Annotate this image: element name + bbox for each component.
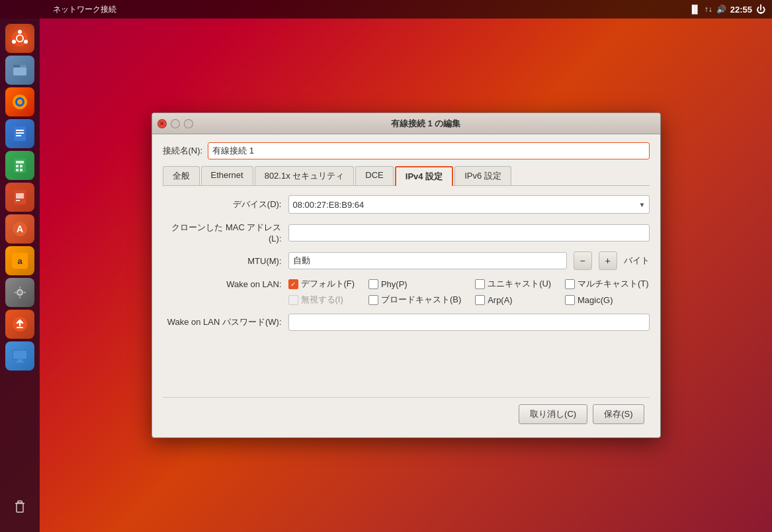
network-icon: ↑↓ [705,5,712,14]
sidebar-item-updates[interactable] [5,310,34,339]
svg-point-4 [12,40,16,44]
svg-rect-20 [20,169,22,171]
close-button[interactable]: ✕ [157,119,167,128]
button-row: 取り消し(C) 保存(S) [163,397,650,429]
wol-checkbox-default[interactable] [288,279,298,289]
wol-checkbox-magic[interactable] [565,295,575,305]
wol-label-phy: Phy(P) [381,279,407,289]
clock: 22:55 [730,5,752,15]
device-row: デバイス(D): 08:00:27:E8:B9:64 ▼ [163,195,650,214]
tab-ipv6[interactable]: IPv6 設定 [454,166,511,185]
mtu-unit: バイト [624,255,650,267]
svg-rect-13 [16,132,24,134]
mac-label: クローンした MAC アドレス(L): [163,222,282,244]
wol-checkbox-multicast[interactable] [565,279,575,289]
cancel-button[interactable]: 取り消し(C) [519,404,587,424]
tab-general[interactable]: 全般 [163,166,200,185]
device-select[interactable]: 08:00:27:E8:B9:64 [288,195,650,214]
sidebar-item-trash[interactable] [5,492,34,521]
sidebar-item-amazon[interactable]: a [5,246,34,275]
svg-rect-35 [16,361,24,363]
svg-point-2 [18,30,22,34]
svg-rect-18 [20,165,22,167]
device-select-wrapper: 08:00:27:E8:B9:64 ▼ [288,195,650,214]
content-spacer [163,339,650,392]
svg-point-10 [17,99,22,105]
mtu-label: MTU(M): [163,256,282,266]
sidebar-item-calc[interactable] [5,151,34,180]
wol-checkbox-broadcast[interactable] [368,295,378,305]
sidebar-item-writer[interactable] [5,119,34,148]
wol-option-default[interactable]: デフォルト(F) [288,278,355,290]
tab-ipv4[interactable]: IPv4 設定 [395,166,453,186]
mtu-input[interactable] [288,252,567,269]
volume-icon: 🔊 [716,5,726,14]
mtu-minus-button[interactable]: − [574,251,592,270]
tab-ethernet[interactable]: Ethernet [201,166,253,185]
wol-option-magic[interactable]: Magic(G) [565,295,649,305]
svg-rect-23 [16,200,20,201]
save-button[interactable]: 保存(S) [593,404,644,424]
sidebar-item-firefox[interactable] [5,87,34,116]
mtu-plus-button[interactable]: + [599,251,617,270]
wol-option-ignore[interactable]: 無視する(I) [288,294,355,306]
wol-label-multicast: マルチキャスト(T) [578,278,649,290]
svg-rect-32 [13,350,27,359]
wol-option-phy[interactable]: Phy(P) [368,279,462,289]
wol-label-broadcast: ブロードキャスト(B) [381,294,461,306]
topbar-title: ネットワーク接続 [53,4,116,15]
svg-rect-7 [13,65,20,67]
wol-option-broadcast[interactable]: ブロードキャスト(B) [368,294,462,306]
connection-name-row: 接続名(N): [163,142,650,159]
wol-label: Wake on LAN: [163,278,282,289]
wol-label-ignore: 無視する(I) [301,294,343,306]
wol-pass-row: Wake on LAN パスワード(W): [163,314,650,331]
svg-text:A: A [17,224,23,234]
mtu-row: MTU(M): − + バイト [163,251,650,270]
minimize-button[interactable] [171,119,180,128]
wol-label-default: デフォルト(F) [301,278,355,290]
wol-pass-label: Wake on LAN パスワード(W): [163,316,282,328]
sidebar-item-software[interactable]: A [5,214,34,244]
svg-rect-34 [18,359,22,361]
mac-row: クローンした MAC アドレス(L): [163,222,650,244]
conn-name-label: 接続名(N): [163,145,203,157]
conn-name-input[interactable] [208,142,649,159]
wol-option-arp[interactable]: Arp(A) [475,295,552,305]
svg-point-29 [18,290,22,294]
sidebar-item-ubuntu[interactable] [5,24,34,53]
wol-checkbox-ignore[interactable] [288,295,298,305]
wol-checkbox-unicast[interactable] [475,279,485,289]
topbar: ネットワーク接続 ▐▌ ↑↓ 🔊 22:55 ⏻ [0,0,772,19]
wol-pass-input[interactable] [288,314,650,331]
dialog-overlay: ✕ 有線接続 1 の編集 接続名(N): 全般 Ethernet 802.1x … [40,19,772,532]
wol-options: デフォルト(F) Phy(P) ユニキャスト(U) マルチキャスト(T) [288,278,650,306]
wol-checkbox-phy[interactable] [368,279,378,289]
svg-rect-19 [16,169,19,171]
tab-security[interactable]: 802.1x セキュリティ [255,166,355,185]
svg-point-3 [24,40,28,44]
svg-rect-22 [16,193,24,199]
sidebar-item-settings[interactable] [5,278,34,307]
sidebar-item-remmina[interactable] [5,341,34,371]
svg-rect-38 [18,501,22,503]
sidebar-trash-area [5,492,34,527]
wol-option-unicast[interactable]: ユニキャスト(U) [475,278,552,290]
topbar-icons: ▐▌ ↑↓ 🔊 22:55 ⏻ [689,4,765,15]
svg-rect-14 [16,135,21,136]
wol-label-unicast: ユニキャスト(U) [488,278,551,290]
tab-dce[interactable]: DCE [355,166,393,185]
dialog-titlebar: ✕ 有線接続 1 の編集 [152,113,660,134]
wol-row: Wake on LAN: デフォルト(F) Phy(P) ユニキャスト(U) [163,278,650,306]
sidebar-item-impress[interactable] [5,183,34,212]
wol-option-multicast[interactable]: マルチキャスト(T) [565,278,649,290]
maximize-button[interactable] [184,119,193,128]
power-icon[interactable]: ⏻ [756,4,765,15]
mac-input[interactable] [288,224,650,242]
sidebar-item-files[interactable] [5,56,34,85]
svg-rect-36 [17,503,23,512]
dialog-title: 有線接続 1 の編集 [197,118,655,130]
connection-edit-dialog: ✕ 有線接続 1 の編集 接続名(N): 全般 Ethernet 802.1x … [151,112,661,438]
wol-checkbox-arp[interactable] [475,295,485,305]
svg-rect-16 [16,161,24,163]
